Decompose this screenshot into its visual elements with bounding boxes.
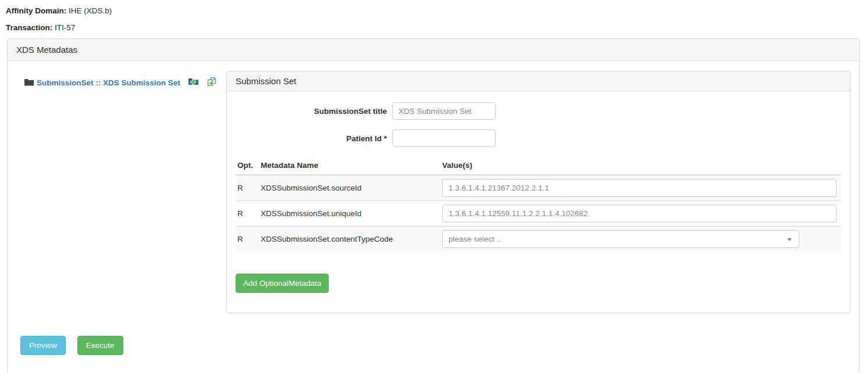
contenttypecode-select-value: please select ..	[449, 235, 501, 243]
copy-icon	[207, 77, 217, 89]
metadata-tree: SubmissionSet :: XDS Submission Set	[16, 70, 226, 89]
submission-set-panel-body: SubmissionSet title Patient Id * Opt. Me…	[227, 91, 850, 313]
xds-metadatas-panel-body: SubmissionSet :: XDS Submission Set	[8, 61, 859, 373]
metadata-table-header-row: Opt. Metadata Name Value(s)	[236, 159, 841, 175]
submission-set-panel: Submission Set SubmissionSet title Patie…	[226, 71, 851, 313]
opt-cell: R	[236, 201, 259, 227]
chevron-down-icon	[787, 238, 792, 241]
transaction-value: ITI-57	[52, 23, 75, 32]
actions-row: Preview Execute	[20, 336, 851, 355]
tree-node-submissionset[interactable]: SubmissionSet :: XDS Submission Set	[24, 78, 180, 88]
sourceid-value-input[interactable]	[442, 179, 837, 197]
submission-set-panel-title: Submission Set	[227, 71, 850, 91]
submissionset-title-label: SubmissionSet title	[236, 107, 387, 116]
contenttypecode-select[interactable]: please select ..	[442, 230, 799, 248]
transaction-line: Transaction: ITI-57	[6, 22, 868, 34]
value-cell	[440, 201, 841, 227]
submissionset-title-input[interactable]	[392, 102, 496, 120]
metadata-name-cell: XDSSubmissionSet.contentTypeCode	[259, 227, 440, 252]
execute-button[interactable]: Execute	[77, 336, 123, 355]
metadata-name-cell: XDSSubmissionSet.uniqueId	[259, 201, 440, 227]
tree-node-label: SubmissionSet :: XDS Submission Set	[37, 78, 180, 87]
affinity-domain-value: IHE (XDS.b)	[66, 6, 112, 15]
preview-button[interactable]: Preview	[20, 336, 66, 355]
table-row-sourceid: R XDSSubmissionSet.sourceId	[236, 175, 841, 201]
copy-button[interactable]	[207, 77, 217, 89]
opt-cell: R	[236, 227, 259, 252]
add-folder-icon	[188, 77, 199, 89]
page-context: Affinity Domain: IHE (XDS.b) Transaction…	[0, 0, 868, 33]
add-optional-metadata-button[interactable]: Add OptionalMetadata	[236, 274, 329, 293]
metadata-table: Opt. Metadata Name Value(s) R XDSSubmiss…	[236, 159, 841, 252]
affinity-domain-line: Affinity Domain: IHE (XDS.b)	[6, 5, 868, 17]
header-metadata-name: Metadata Name	[259, 159, 440, 175]
xds-metadatas-panel-title: XDS Metadatas	[8, 39, 859, 61]
patient-id-input[interactable]	[392, 130, 496, 147]
header-opt: Opt.	[236, 159, 259, 175]
value-cell: please select ..	[440, 227, 841, 252]
uniqueid-value-input[interactable]	[442, 205, 837, 223]
value-cell	[440, 175, 841, 201]
metadata-name-cell: XDSSubmissionSet.sourceId	[259, 175, 440, 201]
table-row-uniqueid: R XDSSubmissionSet.uniqueId	[236, 201, 841, 227]
xds-metadatas-panel: XDS Metadatas SubmissionSet :: XDS Submi…	[7, 38, 860, 373]
header-values: Value(s)	[440, 159, 841, 175]
opt-cell: R	[236, 175, 259, 201]
table-row-contenttypecode: R XDSSubmissionSet.contentTypeCode pleas…	[236, 227, 841, 252]
add-folder-button[interactable]	[188, 77, 199, 89]
patient-id-label: Patient Id *	[236, 134, 387, 143]
tree-row-submissionset: SubmissionSet :: XDS Submission Set	[24, 77, 226, 89]
folder-icon	[24, 78, 34, 88]
form-group-title: SubmissionSet title	[236, 102, 841, 120]
affinity-domain-label: Affinity Domain:	[6, 6, 66, 15]
form-group-patient-id: Patient Id *	[236, 130, 841, 147]
transaction-label: Transaction:	[6, 23, 52, 32]
